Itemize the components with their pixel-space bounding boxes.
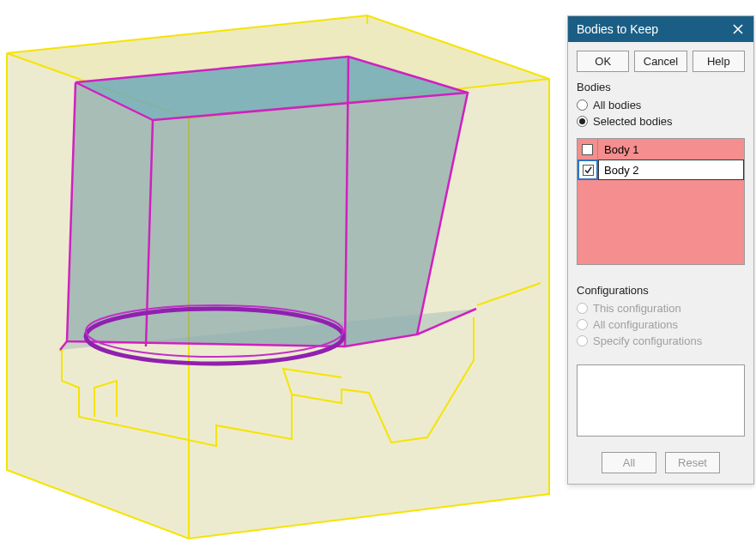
radio-icon xyxy=(577,303,588,314)
reset-button: Reset xyxy=(665,452,720,473)
cancel-button[interactable]: Cancel xyxy=(634,51,686,72)
checkbox-cell[interactable] xyxy=(578,160,598,180)
radio-icon xyxy=(577,99,588,111)
configurations-radio-group: This configuration All configurations Sp… xyxy=(568,300,753,358)
dialog-titlebar[interactable]: Bodies to Keep xyxy=(568,16,753,42)
bodies-to-keep-dialog: Bodies to Keep OK Cancel Help Bodies All… xyxy=(567,15,754,485)
radio-label: All bodies xyxy=(593,99,641,111)
dialog-title: Bodies to Keep xyxy=(577,22,728,36)
radio-label: This configuration xyxy=(593,302,681,315)
bottom-button-row: All Reset xyxy=(568,437,753,484)
list-item[interactable]: Body 1 xyxy=(578,139,744,160)
radio-specify-configurations: Specify configurations xyxy=(577,333,745,349)
radio-this-configuration: This configuration xyxy=(577,300,745,316)
configurations-list xyxy=(577,364,745,437)
model-svg xyxy=(0,0,566,560)
radio-icon xyxy=(577,116,588,127)
bodies-section-label: Bodies xyxy=(568,79,753,97)
radio-label: Specify configurations xyxy=(593,334,702,347)
bodies-radio-group: All bodies Selected bodies xyxy=(568,97,753,138)
radio-selected-bodies[interactable]: Selected bodies xyxy=(577,113,745,129)
all-button: All xyxy=(602,452,656,473)
radio-label: All configurations xyxy=(593,318,678,331)
radio-icon xyxy=(577,335,588,346)
ok-button[interactable]: OK xyxy=(577,51,629,72)
help-button[interactable]: Help xyxy=(692,51,745,72)
radio-label: Selected bodies xyxy=(593,115,673,128)
checkbox-cell[interactable] xyxy=(578,139,598,160)
configurations-section-label: Configurations xyxy=(568,282,753,300)
model-viewport[interactable] xyxy=(0,0,566,560)
radio-all-bodies[interactable]: All bodies xyxy=(577,97,745,113)
close-icon[interactable] xyxy=(728,19,748,39)
radio-icon xyxy=(577,319,588,330)
list-item-label: Body 1 xyxy=(598,139,744,160)
checkbox-icon xyxy=(582,144,593,155)
bodies-list[interactable]: Body 1 Body 2 xyxy=(577,138,745,265)
dialog-button-row: OK Cancel Help xyxy=(568,42,753,79)
list-item[interactable]: Body 2 xyxy=(578,160,744,180)
checkbox-icon xyxy=(583,165,594,176)
list-item-label: Body 2 xyxy=(598,160,744,180)
radio-all-configurations: All configurations xyxy=(577,316,745,333)
